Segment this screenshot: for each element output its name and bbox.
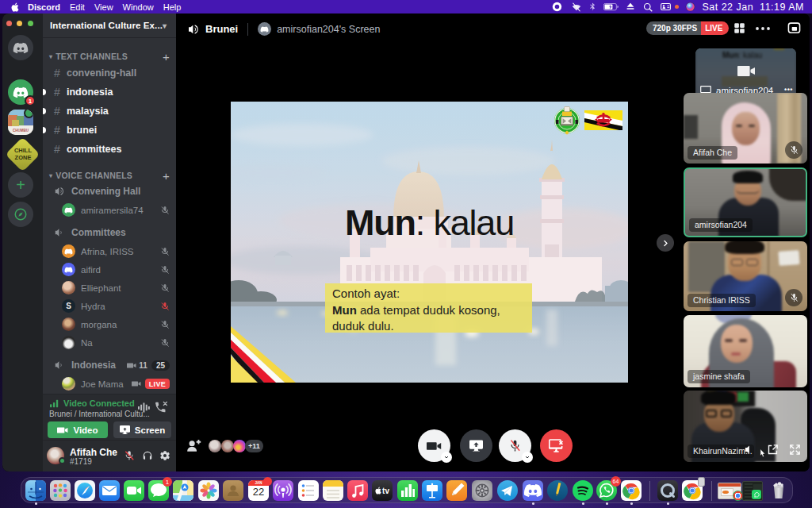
svg-text:CHUMBU: CHUMBU [13, 129, 29, 133]
